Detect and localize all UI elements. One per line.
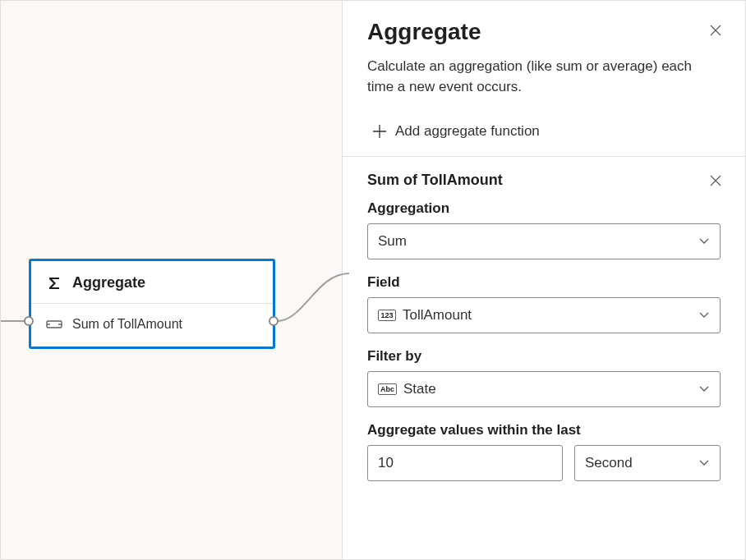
node-function-label: Sum of TollAmount	[72, 317, 182, 332]
text-type-badge: Abc	[378, 383, 397, 395]
node-output-port[interactable]	[269, 316, 279, 326]
window-unit-value: Second	[585, 455, 633, 471]
close-icon	[709, 24, 722, 37]
add-function-label: Add aggregate function	[395, 123, 540, 140]
window-value-input[interactable]	[367, 445, 563, 481]
filter-by-value: State	[403, 381, 436, 397]
remove-function-button[interactable]	[707, 172, 724, 189]
node-title: Aggregate	[72, 274, 145, 291]
filter-by-label: Filter by	[367, 348, 721, 365]
chevron-down-icon	[698, 459, 710, 467]
field-label: Field	[367, 274, 721, 291]
function-section-title: Sum of TollAmount	[367, 172, 503, 189]
close-icon	[709, 174, 722, 187]
window-unit-select[interactable]: Second	[574, 445, 721, 481]
aggregation-select[interactable]: Sum	[367, 223, 721, 259]
add-aggregate-function-button[interactable]: Add aggregate function	[343, 108, 745, 156]
chevron-down-icon	[698, 311, 710, 319]
field-select[interactable]: 123 TollAmount	[367, 297, 721, 333]
window-label: Aggregate values within the last	[367, 422, 721, 438]
plus-icon	[372, 124, 387, 139]
panel-description: Calculate an aggregation (like sum or av…	[367, 57, 704, 97]
settings-panel: Aggregate Calculate an aggregation (like…	[343, 1, 745, 559]
close-panel-button[interactable]	[707, 22, 724, 39]
filter-by-select[interactable]: Abc State	[367, 371, 721, 407]
aggregate-node[interactable]: Aggregate Sum of TollAmount	[29, 259, 275, 349]
field-value: TollAmount	[403, 307, 472, 324]
chevron-down-icon	[698, 237, 710, 246]
panel-title: Aggregate	[367, 19, 721, 45]
aggregation-value: Sum	[378, 233, 407, 250]
sigma-icon	[46, 275, 62, 291]
field-icon	[46, 319, 62, 330]
chevron-down-icon	[698, 385, 710, 393]
aggregation-label: Aggregation	[367, 200, 721, 217]
node-input-port[interactable]	[24, 316, 34, 326]
canvas-pane[interactable]: Aggregate Sum of TollAmount	[1, 1, 343, 559]
numeric-type-badge: 123	[378, 310, 396, 321]
